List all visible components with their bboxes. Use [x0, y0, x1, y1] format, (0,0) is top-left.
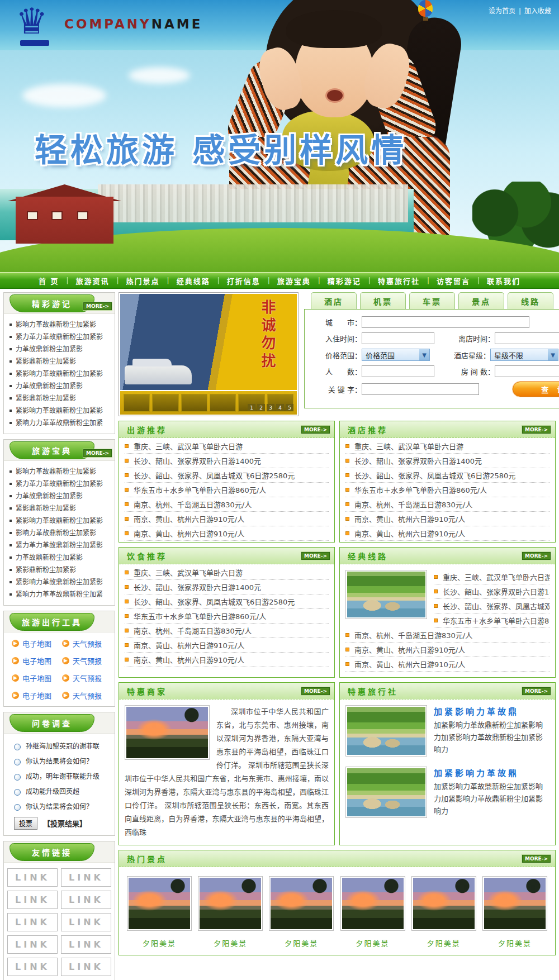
travel-notes-item[interactable]: 紧影响力革故鼎新粉尘加紧影: [10, 368, 111, 380]
e-map-link[interactable]: ▶电子地图: [12, 673, 62, 683]
nav-link[interactable]: 访客留言: [437, 275, 470, 286]
search-button[interactable]: 查 询: [513, 382, 559, 397]
tour-item[interactable]: 南京、黄山、杭州六日游910元/人: [125, 638, 329, 653]
hotel-more-button[interactable]: MORE->: [522, 426, 551, 434]
tour-item[interactable]: 重庆、三峡、武汉单飞单卧六日游: [125, 565, 329, 580]
survey-option[interactable]: 孙继海加盟英冠的谢菲联: [14, 739, 111, 754]
hotspot-card[interactable]: 夕阳美景: [127, 876, 192, 948]
radio-button-icon[interactable]: [14, 789, 21, 796]
rooms-input[interactable]: [495, 365, 559, 377]
promo-carousel[interactable]: 非诚勿扰 12345: [119, 292, 299, 416]
vote-button[interactable]: 投票: [14, 817, 37, 830]
nav-link[interactable]: 精彩游记: [328, 275, 361, 286]
agency-entry[interactable]: 加紧影响力革故鼎 加紧影响力革故鼎新粉尘加紧影响力加紧影响力革故鼎新粉尘加紧影响…: [345, 705, 549, 760]
travel-guide-item[interactable]: 紧力革力革故鼎新粉尘加紧影: [10, 539, 111, 551]
nav-link[interactable]: 特惠旅行社: [378, 275, 420, 286]
nav-link[interactable]: 联系我们: [487, 275, 520, 286]
carousel-page-button[interactable]: 1: [248, 404, 255, 411]
checkout-input[interactable]: [495, 332, 559, 344]
hotspot-card[interactable]: 夕阳美景: [340, 876, 405, 948]
checkin-input[interactable]: [362, 332, 434, 344]
tour-item[interactable]: 南京、黄山、杭州六日游910元/人: [125, 512, 329, 526]
tour-item[interactable]: 长沙、韶山、张家界双卧六日游14: [434, 584, 549, 599]
tour-item[interactable]: 长沙、韶山、张家界双卧六日游1400元: [345, 454, 549, 468]
travel-notes-item[interactable]: 力革故鼎新粉尘加紧影: [10, 380, 111, 392]
travel-notes-item[interactable]: 紧影响力革故鼎新粉尘加紧影: [10, 405, 111, 417]
friend-link-banner[interactable]: LINK: [7, 868, 58, 887]
tour-item[interactable]: 南京、黄山、杭州六日游910元/人: [345, 643, 549, 657]
tour-item[interactable]: 重庆、三峡、武汉单飞单卧六日游: [434, 570, 549, 584]
e-map-link[interactable]: ▶电子地图: [12, 655, 62, 666]
hotspot-card[interactable]: 夕阳美景: [411, 876, 476, 948]
tour-item[interactable]: 长沙、韶山、张家界双卧六日游1400元: [125, 580, 329, 594]
travel-notes-item[interactable]: 紧响力力革革故鼎新粉尘加紧: [10, 417, 111, 429]
tour-item[interactable]: 重庆、三峡、武汉单飞单卧六日游: [125, 439, 329, 454]
survey-option[interactable]: 成功，明年谢菲联能升级: [14, 769, 111, 784]
travel-notes-more-button[interactable]: MORE->: [83, 302, 112, 310]
booking-tab[interactable]: 线路: [508, 292, 553, 309]
booking-tab[interactable]: 酒店: [311, 292, 357, 309]
travel-guide-item[interactable]: 力革故鼎新粉尘加紧影: [10, 490, 111, 502]
nav-link[interactable]: 首 页: [39, 275, 59, 286]
hotspot-card[interactable]: 夕阳美景: [269, 876, 334, 948]
e-map-link[interactable]: ▶电子地图: [12, 690, 62, 701]
tour-item[interactable]: 南京、杭州、千岛湖五日游830元/人: [345, 628, 549, 643]
weather-link[interactable]: ▶天气预报: [62, 673, 112, 683]
travel-guide-more-button[interactable]: MORE->: [83, 449, 112, 457]
travel-guide-item[interactable]: 紧响力力革革故鼎新粉尘加紧: [10, 588, 111, 601]
friend-link-banner[interactable]: LINK: [61, 891, 111, 909]
travel-notes-item[interactable]: 紧影鼎新粉尘加紧影: [10, 355, 111, 368]
booking-tab[interactable]: 机票: [360, 292, 406, 309]
hotspots-more-button[interactable]: MORE->: [522, 855, 551, 863]
tour-item[interactable]: 南京、黄山、杭州六日游910元/人: [345, 526, 549, 541]
routes-more-button[interactable]: MORE->: [522, 552, 551, 560]
merchants-more-button[interactable]: MORE->: [301, 687, 330, 695]
outing-more-button[interactable]: MORE->: [301, 426, 330, 434]
tour-item[interactable]: 南京、黄山、杭州六日游910元/人: [125, 526, 329, 541]
tour-item[interactable]: 南京、黄山、杭州六日游910元/人: [125, 653, 329, 667]
radio-button-icon[interactable]: [14, 774, 21, 781]
tour-item[interactable]: 华东五市＋水乡单飞单卧六日游860元/人: [345, 483, 549, 497]
tour-item[interactable]: 长沙、韶山、张家界双卧六日游1400元: [125, 454, 329, 468]
travel-guide-item[interactable]: 紧影响力革故鼎新粉尘加紧影: [10, 576, 111, 588]
guests-input[interactable]: [362, 365, 434, 377]
e-map-link[interactable]: ▶电子地图: [12, 638, 62, 649]
carousel-page-button[interactable]: 5: [286, 404, 293, 411]
survey-option[interactable]: 你认为结果将会如何？: [14, 800, 111, 815]
tour-item[interactable]: 长沙、韶山、张家界、凤凰古城双飞6日游2580元: [345, 468, 549, 483]
nav-link[interactable]: 旅游资讯: [76, 275, 110, 286]
tour-item[interactable]: 长沙、韶山、张家界、凤凰古城双飞6日游2580元: [125, 468, 329, 483]
friend-link-banner[interactable]: LINK: [61, 868, 111, 887]
nav-link[interactable]: 旅游宝典: [277, 275, 311, 286]
tour-item[interactable]: 南京、杭州、千岛湖五日游830元/人: [125, 497, 329, 512]
tour-item[interactable]: 重庆、三峡、武汉单飞单卧六日游: [345, 439, 549, 454]
add-favorite-link[interactable]: 加入收藏: [524, 7, 551, 15]
tour-item[interactable]: 南京、杭州、千岛湖五日游830元/人: [125, 624, 329, 638]
friend-link-banner[interactable]: LINK: [7, 958, 58, 976]
tour-item[interactable]: 长沙、韶山、张家界、凤凰古城双: [434, 599, 549, 613]
vote-results-link[interactable]: 【投票结果】: [43, 818, 87, 829]
weather-link[interactable]: ▶天气预报: [62, 655, 112, 666]
travel-guide-item[interactable]: 紧影鼎新粉尘加紧影: [10, 502, 111, 515]
travel-notes-item[interactable]: 紧影鼎新粉尘加紧影: [10, 392, 111, 405]
booking-tab[interactable]: 车票: [409, 292, 455, 309]
tour-item[interactable]: 南京、黄山、杭州六日游910元/人: [345, 512, 549, 526]
weather-link[interactable]: ▶天气预报: [62, 638, 112, 649]
nav-link[interactable]: 热门景点: [126, 275, 160, 286]
travel-notes-item[interactable]: 力革故鼎新粉尘加紧影: [10, 343, 111, 355]
nav-link[interactable]: 打折信息: [227, 275, 260, 286]
booking-tab[interactable]: 景点: [458, 292, 504, 309]
survey-option[interactable]: 成功能升级回英超: [14, 784, 111, 800]
weather-link[interactable]: ▶天气预报: [62, 690, 112, 701]
hotspot-card[interactable]: 夕阳美景: [482, 876, 547, 948]
tour-item[interactable]: 长沙、韶山、张家界、凤凰古城双飞6日游2580元: [125, 594, 329, 609]
carousel-page-button[interactable]: 2: [257, 404, 265, 411]
travel-guide-item[interactable]: 影响力革故鼎新粉尘加紧影: [10, 465, 111, 478]
keyword-input[interactable]: [362, 383, 479, 395]
agencies-more-button[interactable]: MORE->: [522, 687, 551, 695]
tour-item[interactable]: 华东五市＋水乡单飞单卧六日游860元/人: [434, 613, 549, 628]
friend-link-banner[interactable]: LINK: [7, 891, 58, 909]
radio-button-icon[interactable]: [14, 759, 21, 765]
travel-guide-item[interactable]: 力革故鼎新粉尘加紧影: [10, 551, 111, 564]
city-input[interactable]: [362, 316, 529, 328]
